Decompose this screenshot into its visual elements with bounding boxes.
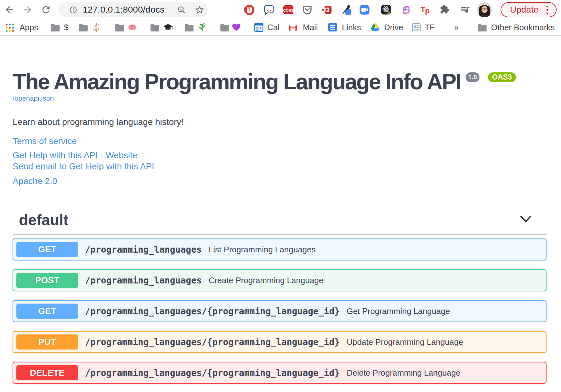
other-bookmarks-folder-icon[interactable]: [477, 22, 487, 33]
endpoint-summary: Update Programming Language: [347, 337, 463, 347]
endpoint-row[interactable]: POST/programming_languagesCreate Program…: [13, 269, 547, 291]
folder-icon[interactable]: [50, 22, 60, 33]
bookmarks-bar: Apps $27CalMailLinksDriveTF » Other Book…: [0, 20, 561, 35]
contact-email-link[interactable]: Send email to Get Help with this API: [13, 161, 154, 171]
gmail-icon[interactable]: [288, 22, 298, 33]
api-description: Learn about programming language history…: [13, 118, 184, 126]
svg-text:CORS: CORS: [283, 8, 294, 12]
svg-text:27: 27: [256, 26, 262, 31]
teleparty-icon[interactable]: Tp: [420, 4, 431, 15]
bookmark-item[interactable]: [231, 22, 241, 32]
page-title: The Amazing Programming Language Info AP…: [13, 71, 461, 93]
bookmark-item[interactable]: [128, 22, 137, 32]
bookmark-item[interactable]: [91, 22, 101, 32]
endpoint-path: /programming_languages/{programming_lang…: [85, 306, 340, 316]
folder-icon[interactable]: [114, 22, 124, 33]
svg-text:T: T: [421, 5, 425, 14]
bookmark-item[interactable]: $: [64, 20, 68, 35]
react-devtools-icon[interactable]: [381, 4, 391, 15]
method-badge: POST: [16, 273, 78, 288]
update-button[interactable]: Update: [501, 2, 557, 17]
endpoint-summary: Delete Programming Language: [347, 368, 460, 378]
endpoint-row[interactable]: DELETE/programming_languages/{programmin…: [13, 362, 547, 384]
terms-of-service-link[interactable]: Terms of service: [13, 137, 77, 146]
bookmark-item[interactable]: Links: [342, 20, 361, 35]
contact-website-link[interactable]: Get Help with this API - Website: [13, 150, 137, 160]
browser-chrome: 127.0.0.1:8000/docs CORSTp Update: [0, 0, 561, 36]
zoom-indicator-icon[interactable]: [177, 5, 188, 16]
apps-grid-icon[interactable]: [5, 23, 15, 33]
endpoint-summary: Get Programming Language: [347, 306, 450, 316]
folder-icon[interactable]: [219, 22, 230, 33]
endpoint-path: /programming_languages/{programming_lang…: [85, 337, 340, 347]
bookmark-item[interactable]: [163, 22, 173, 33]
folder-icon[interactable]: [149, 22, 160, 33]
forward-arrow-icon[interactable]: [22, 4, 33, 15]
bookmarks-divider: [471, 23, 471, 32]
endpoint-row[interactable]: GET/programming_languagesList Programmin…: [13, 238, 547, 260]
apps-shortcut[interactable]: Apps: [20, 20, 38, 35]
endpoint-summary: List Programming Languages: [209, 245, 316, 255]
method-badge: GET: [16, 304, 78, 319]
svg-text:p: p: [425, 6, 430, 15]
cors-badge-icon[interactable]: CORS: [283, 4, 294, 15]
bookmark-item[interactable]: Drive: [384, 20, 403, 35]
drive-icon[interactable]: [370, 22, 381, 33]
bookmark-item[interactable]: Mail: [303, 20, 318, 35]
oas3-badge: OAS3: [488, 72, 516, 82]
page-info-icon[interactable]: [69, 6, 80, 16]
endpoint-path: /programming_languages: [85, 275, 202, 286]
endpoint-row[interactable]: GET/programming_languages/{programming_l…: [13, 300, 547, 322]
section-header[interactable]: default: [19, 213, 68, 228]
bookmark-star-icon[interactable]: [195, 5, 205, 15]
folder-icon[interactable]: [184, 22, 194, 33]
method-badge: GET: [16, 242, 78, 257]
stop-hand-icon[interactable]: [244, 4, 255, 15]
chat-bubble-icon[interactable]: [264, 4, 274, 15]
method-badge: PUT: [16, 334, 78, 350]
signin-arrow-icon[interactable]: [322, 4, 332, 15]
zoom-video-icon[interactable]: [359, 4, 370, 15]
endpoint-row[interactable]: PUT/programming_languages/{programming_l…: [13, 331, 547, 353]
endpoint-path: /programming_languages: [85, 244, 202, 255]
reload-icon[interactable]: [41, 4, 51, 15]
collapse-chevron-icon[interactable]: [519, 215, 532, 224]
version-badge: 1.0: [466, 72, 479, 82]
license-link[interactable]: Apache 2.0: [13, 177, 57, 186]
bookmark-item[interactable]: TF: [425, 20, 435, 35]
video-recycle-icon[interactable]: [400, 4, 411, 15]
media-playlist-icon[interactable]: [460, 4, 471, 15]
method-badge: DELETE: [16, 365, 78, 380]
back-arrow-icon[interactable]: [4, 4, 15, 15]
url-text[interactable]: 127.0.0.1:8000/docs: [83, 0, 164, 20]
openapi-json-link[interactable]: /openapi.json: [13, 95, 54, 102]
endpoint-path: /programming_languages/{programming_lang…: [85, 368, 340, 378]
other-bookmarks[interactable]: Other Bookmarks: [491, 20, 555, 35]
folder-icon[interactable]: [78, 22, 88, 33]
bookmark-item[interactable]: [197, 22, 207, 32]
calendar-27-icon[interactable]: 27: [254, 22, 264, 33]
endpoint-summary: Create Programming Language: [209, 276, 323, 285]
bookmark-item[interactable]: Cal: [267, 20, 280, 35]
pocket-shield-icon[interactable]: [302, 4, 313, 15]
section-divider: [13, 234, 547, 235]
profile-avatar[interactable]: [477, 2, 488, 13]
swagger-page: The Amazing Programming Language Info AP…: [0, 0, 561, 392]
color-picker-icon[interactable]: [341, 4, 352, 15]
bookmarks-overflow-chevron[interactable]: »: [454, 20, 459, 35]
tf-doc-icon[interactable]: [411, 22, 422, 33]
links-list-icon[interactable]: [328, 22, 338, 33]
kebab-menu-icon[interactable]: [547, 6, 548, 14]
extensions-puzzle-icon[interactable]: [440, 4, 450, 15]
